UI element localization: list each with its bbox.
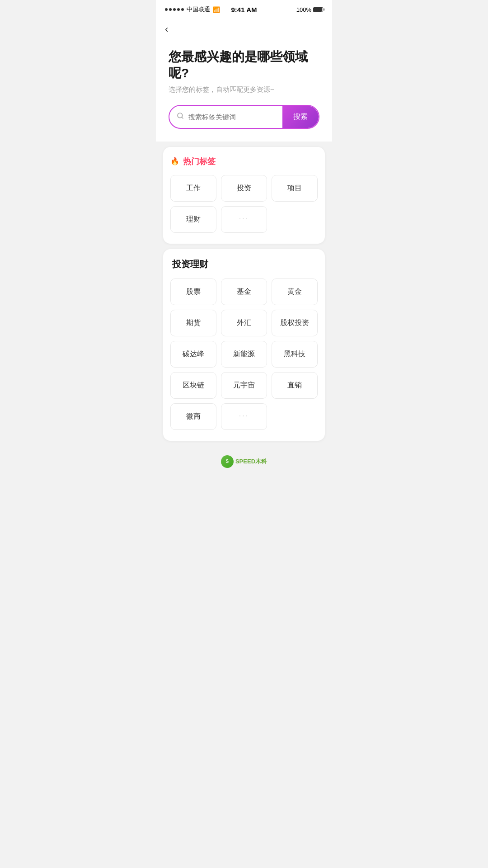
status-bar: 中国联通 📶 9:41 AM 100% [156, 0, 332, 16]
logo: S SPEED木科 [221, 455, 267, 468]
page-header: 您最感兴趣的是哪些领域呢? 选择您的标签，自动匹配更多资源~ [156, 40, 332, 105]
search-button[interactable]: 搜索 [282, 106, 319, 128]
svg-line-1 [182, 117, 183, 118]
hot-tag-invest[interactable]: 投资 [221, 175, 267, 202]
search-container: 搜索 [156, 105, 332, 142]
carrier-name: 中国联通 [187, 5, 210, 14]
tag-gold[interactable]: 黄金 [272, 278, 318, 305]
page-title: 您最感兴趣的是哪些领域呢? [169, 49, 319, 82]
page-subtitle: 选择您的标签，自动匹配更多资源~ [169, 85, 319, 94]
hot-tags-section: 🔥 热门标签 工作 投资 项目 理财 ··· [163, 147, 325, 244]
signal-dots [165, 8, 184, 11]
tag-metaverse[interactable]: 元宇宙 [221, 372, 267, 399]
tag-tech[interactable]: 黑科技 [272, 341, 318, 368]
search-input[interactable] [188, 107, 282, 127]
tag-stocks[interactable]: 股票 [170, 278, 216, 305]
tag-blockchain[interactable]: 区块链 [170, 372, 216, 399]
hot-tag-project[interactable]: 项目 [272, 175, 318, 202]
flame-icon: 🔥 [170, 157, 179, 165]
watermark: S SPEED木科 [156, 446, 332, 477]
search-bar: 搜索 [169, 105, 319, 129]
back-button[interactable]: ‹ [165, 24, 168, 35]
logo-text: SPEED木科 [235, 458, 267, 466]
invest-tag-more[interactable]: ··· [221, 403, 267, 430]
tag-carbon[interactable]: 碳达峰 [170, 341, 216, 368]
carrier-info: 中国联通 📶 [165, 5, 220, 14]
tag-funds[interactable]: 基金 [221, 278, 267, 305]
tag-equity[interactable]: 股权投资 [272, 310, 318, 336]
hot-tags-grid: 工作 投资 项目 理财 ··· [170, 175, 318, 233]
hot-section-header: 🔥 热门标签 [170, 156, 318, 167]
battery-percent: 100% [296, 6, 311, 13]
battery-info: 100% [296, 6, 323, 13]
logo-icon: S [221, 455, 234, 468]
invest-section-title: 投资理财 [170, 258, 318, 270]
battery-icon [313, 7, 323, 12]
hot-tag-work[interactable]: 工作 [170, 175, 216, 202]
hot-section-title: 热门标签 [183, 156, 216, 167]
nav-bar: ‹ [156, 16, 332, 40]
invest-tags-grid: 股票 基金 黄金 期货 外汇 股权投资 碳达峰 新能源 黑科技 区块链 元宇宙 … [170, 278, 318, 430]
tag-weshop[interactable]: 微商 [170, 403, 216, 430]
hot-tag-finance[interactable]: 理财 [170, 206, 216, 233]
invest-section: 投资理财 股票 基金 黄金 期货 外汇 股权投资 碳达峰 新能源 黑科技 区块链… [163, 249, 325, 441]
tag-new-energy[interactable]: 新能源 [221, 341, 267, 368]
tag-forex[interactable]: 外汇 [221, 310, 267, 336]
hot-tag-more[interactable]: ··· [221, 206, 267, 233]
status-time: 9:41 AM [231, 6, 257, 14]
tag-direct-sales[interactable]: 直销 [272, 372, 318, 399]
wifi-icon: 📶 [213, 6, 220, 13]
tag-futures[interactable]: 期货 [170, 310, 216, 336]
search-icon [169, 112, 188, 121]
